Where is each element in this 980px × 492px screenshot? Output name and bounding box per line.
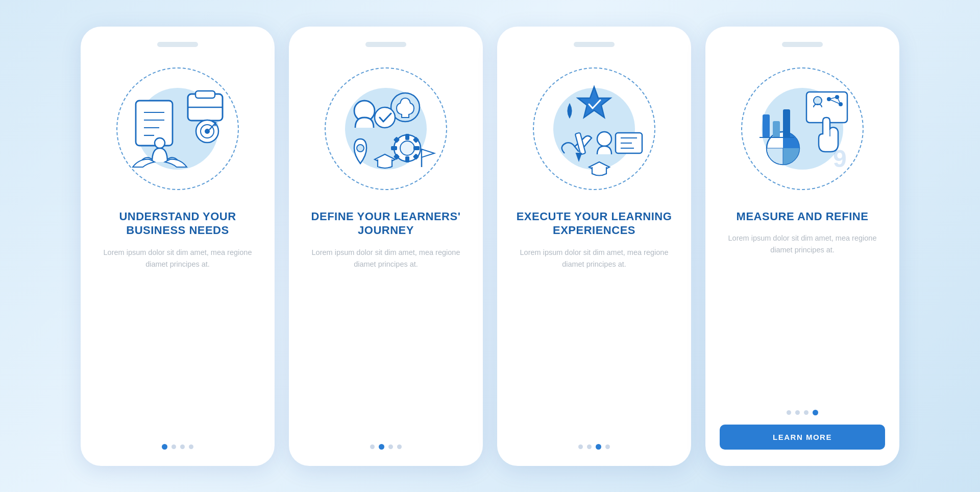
card-title-3: EXECUTE YOUR LEARNING EXPERIENCES [511,209,677,238]
dots-2 [370,444,402,450]
svg-point-37 [814,97,822,105]
dots-4 [787,410,818,415]
card-business-needs: UNDERSTAND YOUR BUSINESS NEEDS Lorem ips… [81,27,275,466]
svg-point-17 [400,141,414,155]
illustration-journey [314,57,457,200]
illustration-business [106,57,249,200]
svg-rect-21 [413,146,420,150]
svg-text:9: 9 [833,145,847,172]
cards-container: UNDERSTAND YOUR BUSINESS NEEDS Lorem ips… [81,27,899,466]
svg-rect-3 [136,101,173,146]
measure-icon: 9 [746,73,859,185]
card-learning-experiences: EXECUTE YOUR LEARNING EXPERIENCES Lorem … [497,27,691,466]
card-measure-refine: 9 MEASURE AND REFINE Lorem ipsum dolor s… [705,27,899,466]
dots-1 [162,444,193,450]
phone-notch [365,42,406,47]
svg-point-26 [375,107,395,128]
svg-rect-19 [405,156,409,162]
svg-point-31 [597,132,611,146]
dot-active [379,444,384,450]
card-title-1: UNDERSTAND YOUR BUSINESS NEEDS [95,209,260,238]
dot-inactive [804,410,808,415]
card-desc-4: Lorem ipsum dolor sit dim amet, mea regi… [720,232,885,256]
svg-rect-48 [783,109,790,137]
svg-point-27 [357,145,364,152]
dot-active [162,444,167,450]
card-desc-2: Lorem ipsum dolor sit dim amet, mea regi… [303,247,469,270]
dot-active [596,444,601,450]
phone-notch [574,42,615,47]
card-learners-journey: DEFINE YOUR LEARNERS' JOURNEY Lorem ipsu… [289,27,483,466]
dot-inactive [587,444,592,449]
illustration-measure: 9 [731,57,874,200]
dot-inactive [605,444,610,449]
dot-active [813,410,818,415]
svg-rect-1 [195,91,215,98]
svg-rect-18 [405,134,409,140]
dots-3 [578,444,610,450]
illustration-execute [523,57,666,200]
dot-inactive [397,444,402,449]
business-icon [121,73,234,185]
svg-rect-46 [763,114,770,137]
dot-inactive [787,410,791,415]
dot-inactive [172,444,176,449]
svg-rect-20 [391,146,397,150]
svg-point-12 [155,138,165,148]
phone-notch [157,42,198,47]
phone-notch [782,42,823,47]
dot-inactive [370,444,375,449]
card-title-4: MEASURE AND REFINE [737,209,869,224]
dot-inactive [180,444,185,449]
execute-icon [538,73,650,185]
card-desc-3: Lorem ipsum dolor sit dim amet, mea regi… [511,247,677,270]
dot-inactive [189,444,193,449]
svg-marker-30 [576,153,581,160]
card-desc-1: Lorem ipsum dolor sit dim amet, mea regi… [95,247,260,270]
journey-icon [330,73,442,185]
learn-more-button[interactable]: LEARN MORE [720,425,885,450]
dot-inactive [388,444,393,449]
dot-inactive [578,444,583,449]
svg-rect-47 [773,121,780,137]
card-title-2: DEFINE YOUR LEARNERS' JOURNEY [303,209,469,238]
dot-inactive [795,410,800,415]
